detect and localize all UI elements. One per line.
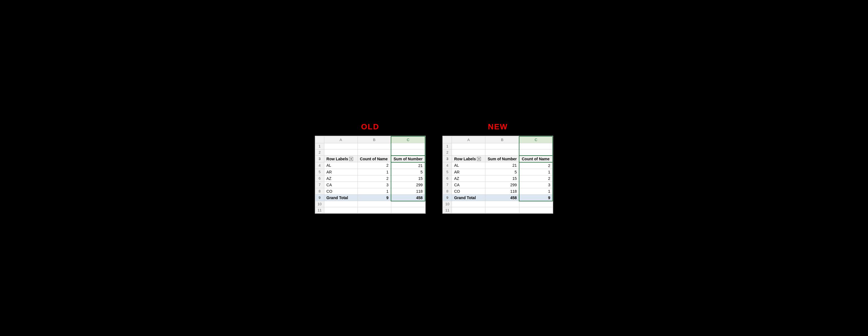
new-r4-a: AL [452, 162, 485, 169]
new-rownum-2: 2 [443, 149, 452, 156]
new-row-8: 8 CO 118 1 [443, 188, 553, 194]
new-r10-c [519, 201, 553, 207]
new-r4-b: 21 [485, 162, 519, 169]
new-r3-a: Row Labels ▾ [452, 156, 485, 162]
old-col-c-header: C [391, 136, 425, 143]
new-row-4: 4 AL 21 2 [443, 162, 553, 169]
new-row-11: 11 [443, 207, 553, 214]
new-rownum-11: 11 [443, 207, 452, 214]
new-r11-a [452, 207, 485, 214]
old-r6-a: AZ [324, 175, 358, 181]
new-r11-c [519, 207, 553, 214]
new-section: NEW A B C 1 [442, 122, 553, 214]
new-row-2: 2 [443, 149, 553, 156]
old-row-10: 10 [315, 201, 425, 207]
old-r3-a: Row Labels ▾ [324, 156, 358, 162]
old-rownum-10: 10 [315, 201, 324, 207]
new-r6-a: AZ [452, 175, 485, 181]
new-r8-b: 118 [485, 188, 519, 194]
new-r3-b: Sum of Number [485, 156, 519, 162]
old-r11-a [324, 207, 358, 214]
old-rownum-6: 6 [315, 175, 324, 181]
new-r6-c: 2 [519, 175, 553, 181]
old-rownum-8: 8 [315, 188, 324, 194]
new-col-a-header: A [452, 136, 485, 143]
old-r11-c [391, 207, 425, 214]
row-labels-dropdown[interactable]: ▾ [349, 157, 353, 161]
old-r3-b: Count of Name [358, 156, 391, 162]
new-rownum-6: 6 [443, 175, 452, 181]
new-r7-c: 3 [519, 181, 553, 188]
old-rownum-4: 4 [315, 162, 324, 169]
old-rownum-5: 5 [315, 169, 324, 175]
new-r5-b: 5 [485, 169, 519, 175]
old-col-b-header: B [358, 136, 391, 143]
old-row-4: 4 AL 2 21 [315, 162, 425, 169]
new-row-9: 9 Grand Total 458 9 [443, 194, 553, 201]
old-r9-b: 9 [358, 194, 391, 201]
old-table: A B C 1 2 [315, 136, 426, 214]
old-col-a-header: A [324, 136, 358, 143]
new-r8-c: 1 [519, 188, 553, 194]
old-title: OLD [361, 122, 379, 131]
corner-cell [315, 136, 324, 143]
old-row-7: 7 CA 3 299 [315, 181, 425, 188]
old-row-9: 9 Grand Total 9 458 [315, 194, 425, 201]
old-section: OLD A B C 1 [315, 122, 426, 214]
new-r7-b: 299 [485, 181, 519, 188]
new-row-6: 6 AZ 15 2 [443, 175, 553, 181]
new-table: A B C 1 2 [443, 136, 553, 214]
new-r5-a: AR [452, 169, 485, 175]
old-rownum-11: 11 [315, 207, 324, 214]
old-r7-a: CA [324, 181, 358, 188]
old-r6-b: 2 [358, 175, 391, 181]
new-r10-a [452, 201, 485, 207]
new-rownum-3: 3 [443, 156, 452, 162]
new-row-labels-dropdown[interactable]: ▾ [477, 157, 481, 161]
old-spreadsheet: A B C 1 2 [315, 136, 426, 214]
old-r7-b: 3 [358, 181, 391, 188]
old-r11-b [358, 207, 391, 214]
new-col-header-row: A B C [443, 136, 553, 143]
new-rownum-10: 10 [443, 201, 452, 207]
old-row-5: 5 AR 1 5 [315, 169, 425, 175]
new-rownum-9: 9 [443, 194, 452, 201]
new-col-c-header: C [519, 136, 553, 143]
new-row-7: 7 CA 299 3 [443, 181, 553, 188]
old-r8-a: CO [324, 188, 358, 194]
new-row-5: 5 AR 5 1 [443, 169, 553, 175]
new-r3-c: Count of Name [519, 156, 553, 162]
old-row-8: 8 CO 1 118 [315, 188, 425, 194]
old-r1-a [324, 143, 358, 149]
old-r6-c: 15 [391, 175, 425, 181]
old-r9-a: Grand Total [324, 194, 358, 201]
new-r5-c: 1 [519, 169, 553, 175]
new-r9-c: 9 [519, 194, 553, 201]
old-row-6: 6 AZ 2 15 [315, 175, 425, 181]
old-r8-c: 118 [391, 188, 425, 194]
old-row-3: 3 Row Labels ▾ Count of Name Sum of Numb… [315, 156, 425, 162]
new-rownum-1: 1 [443, 143, 452, 149]
old-rownum-1: 1 [315, 143, 324, 149]
new-rownum-4: 4 [443, 162, 452, 169]
old-r3-c: Sum of Number [391, 156, 425, 162]
old-r4-a: AL [324, 162, 358, 169]
old-rownum-2: 2 [315, 149, 324, 156]
new-r9-b: 458 [485, 194, 519, 201]
old-r1-b [358, 143, 391, 149]
new-r10-b [485, 201, 519, 207]
new-r1-b [485, 143, 519, 149]
new-r7-a: CA [452, 181, 485, 188]
new-r2-a [452, 149, 485, 156]
old-r9-c: 458 [391, 194, 425, 201]
old-r8-b: 1 [358, 188, 391, 194]
old-r2-a [324, 149, 358, 156]
new-rownum-5: 5 [443, 169, 452, 175]
new-r2-b [485, 149, 519, 156]
old-row-2: 2 [315, 149, 425, 156]
old-r4-c: 21 [391, 162, 425, 169]
old-r2-c [391, 149, 425, 156]
old-r5-a: AR [324, 169, 358, 175]
new-r6-b: 15 [485, 175, 519, 181]
new-r4-c: 2 [519, 162, 553, 169]
